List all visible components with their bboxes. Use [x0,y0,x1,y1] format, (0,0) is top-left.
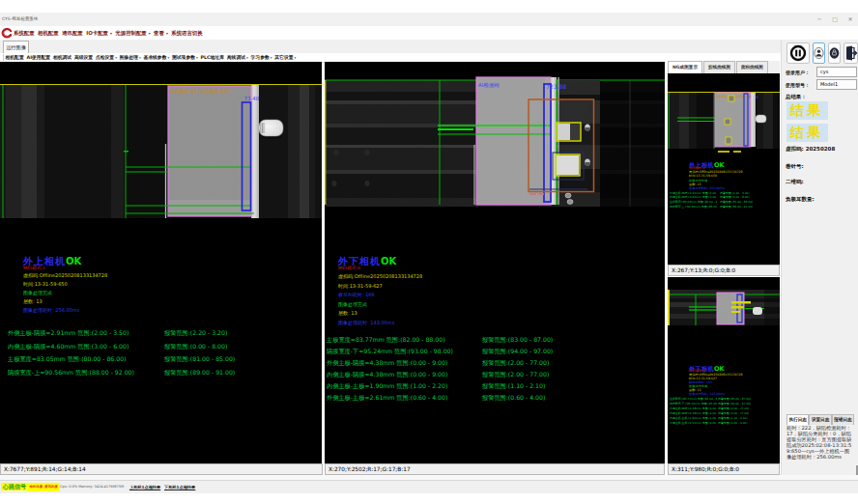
measurement-text: 内侧主极-隔膜=4.60mm 范围:(3.00 - 6.00) [8,343,129,350]
close-button[interactable]: ✕ [844,13,857,26]
camera-result: OK [381,256,396,266]
menu-item-label: 系统语言切换 [171,30,202,36]
measurement-text: 外侧主极-主极=2.61mm 范围:(0.60 - 4.00) [670,421,717,425]
tab-run-image[interactable]: 运行图像 [3,41,29,54]
blue-measure-value: 723.88 [546,83,566,90]
tab-window-1 [557,123,581,141]
ai-box-label: AI检测框 [478,82,500,89]
menubar: 系统配置 相机配置 通讯配置 IO卡配置▾ 光源控制配置▾ 查看▾ 系统语言切换 [0,26,858,41]
toolbar-item-label: 学习参数 [251,55,270,60]
mini-panel-lower-camera[interactable]: 外下相机OK MES模式:0 虚拟码:Offline20250208133134… [668,277,780,463]
menu-item[interactable]: 相机配置 [38,26,59,40]
menu-item-label: 通讯配置 [62,30,83,36]
pause-button[interactable] [786,42,810,64]
menu-item[interactable]: 系统配置 [14,26,35,40]
toolbar-item-label: 基准线参数 [143,55,166,60]
result-box-lower: 结果 [786,124,828,142]
toolbar-item[interactable]: 相机配置 [6,53,24,62]
toolbar-item-label: 图像处理 [120,55,138,60]
log-scrollbar[interactable] [856,465,858,475]
upper-camera-check-link[interactable]: 上相机1点检结果 [128,483,162,491]
lower-camera-check-link[interactable]: 下相机1点检结果 [162,483,197,491]
virtual-code-label: 虚拟码: [786,146,804,152]
alarm-range-text: 报警范围:(89.00 - 91.00) [164,369,235,378]
toolbar-item[interactable]: 高级设置 [74,53,93,62]
measurement-text: 主极宽度=83.05mm 范围:(80.00 - 86.00) [8,355,127,362]
log-tab[interactable]: 执行日志 [786,414,809,425]
result-box-upper: 结果 [786,101,828,120]
log-tab[interactable]: 设置日志 [809,414,831,425]
alarm-range-text: 报警范围:(81.00 - 85.00) [720,200,753,204]
exit-icon [844,43,857,63]
alarm-range-text: 报警范围:(2.00 - 77.00) [482,371,549,379]
chevron-down-icon: ▾ [110,31,112,36]
mini-tab[interactable]: 面积曲线图 [736,61,768,73]
log-tab[interactable]: 报错日志 [832,414,854,425]
statusbar-mini-upper: X:267;Y:13;R:0;G:0;B:0 [668,265,780,276]
measurement-row: 隔膜宽度-下=95.24mm 范围:(93.00 - 98.00)报警范围:(9… [327,348,660,359]
alarm-range-text: 报警范围:(1.10 - 2.10) [482,382,545,391]
statusbar-lower-camera: X:270;Y:2502;R:17;G:17;B:17 [325,463,665,475]
mes-mode: MES模式:0 [338,266,360,270]
sidebar: 登录用户： cys 使用型号： Model1 总结果： 结果 结果 虚拟码: 2… [781,40,858,480]
menu-item[interactable]: 系统语言切换 [171,26,202,40]
image-panel-lower-camera[interactable]: AI检测框 723.88 [325,62,665,463]
statusbar-upper-camera: X:7677;Y:891;R:14;G:14;B:14 [0,463,323,475]
tab-window-2 [556,154,580,176]
menu-item[interactable]: IO卡配置▾ [86,26,112,41]
process-elapsed: 图像处理耗时: 143.00ms [338,320,394,325]
measurement-rows: 主极宽度=83.77mm 范围:(82.00 - 88.00)报警范围:(83.… [327,336,660,406]
chevron-down-icon: ▾ [271,56,272,60]
model-input[interactable]: Model1 [816,79,857,90]
toolbar-item-label: 高级设置 [74,55,93,60]
cpu-memory-text: Cpu: 0.0% Memory: 3424.41796875M [58,483,126,491]
login-user-input[interactable]: cys [816,67,857,77]
needle-field: 卷针号: [786,163,804,170]
process-done: 图像处理完成 [23,290,52,295]
measurement-rows: 外侧主极-隔膜=2.91mm 范围:(2.00 - 3.50)报警范围:(2.2… [670,191,779,210]
virtual-code-value: 20250208 [806,146,836,152]
measurement-text: 内侧主极-主极=1.90mm 范围:(1.00 - 2.20) [670,416,717,420]
measurement-row: 外侧主极-主极=2.61mm 范围:(0.60 - 4.00)报警范围:(0.6… [327,394,660,406]
total-result-label: 总结果： [786,94,807,100]
menu-item[interactable]: 查看▾ [154,26,168,41]
toolbar-item-label: 离线调试 [227,55,245,60]
measurement-text: 主极宽度=83.77mm 范围:(82.00 - 88.00) [670,397,717,401]
lock-user-button[interactable] [828,42,841,64]
menu-item[interactable]: 通讯配置 [62,26,83,40]
mini-tab[interactable]: 折线曲线图 [703,61,735,73]
measurement-text: 外侧主极-隔膜=4.38mm 范围:(0.00 - 9.00) [327,359,447,366]
toolbar-item[interactable]: AI使用配置 [26,53,50,62]
chevron-down-icon: ▾ [139,56,141,60]
measurement-text: 内侧主极-隔膜=4.38mm 范围:(0.00 - 9.00) [327,371,447,378]
measurement-row: 内侧主极-隔膜=4.38mm 范围:(0.00 - 9.00)报警范围:(2.0… [327,371,660,382]
app-logo-icon [1,28,13,39]
maximize-button[interactable]: □ [828,13,842,26]
minimize-button[interactable]: ─ [813,13,826,26]
chevron-down-icon: ▾ [246,56,248,60]
measurement-text: 隔膜宽度-上=90.56mm 范围:(88.00 - 92.00) [670,205,717,209]
menu-item-label: 查看 [154,30,164,36]
tab-count-field: 负极耳数量: [786,196,815,203]
toolbar-item[interactable]: 相机调试 [53,53,72,62]
toolbar-item[interactable]: PLC地址库 [201,53,224,62]
comm-link-indicator: 通讯连接 [43,483,60,491]
virtual-code: 虚拟码:Offline20250208133134728 [338,273,422,279]
alarm-range-text: 报警范围:(0.60 - 4.00) [718,421,748,425]
mes-mode: MES模式:1 [23,266,45,270]
measurement-text: 内侧主极-隔膜=4.38mm 范围:(0.00 - 9.00) [670,411,717,415]
user-button[interactable] [813,42,825,64]
mini-tab[interactable]: NG成图显示 [668,61,702,73]
image-panel-upper-camera[interactable]: 当前阈值:93, 动态阈值:100 73.48 外上相机OK MES模式:1 虚… [0,62,322,463]
mini-lower-image [668,289,780,327]
toolbar-item-label: 测试项参数 [172,55,195,60]
menu-item[interactable]: 光源控制配置▾ [115,26,150,41]
lower-camera-image: AI检测框 723.88 [325,75,665,207]
alarm-range-text: 报警范围:(2.00 - 77.00) [482,359,549,368]
mini-upper-image: 当前阈值:93, 动态阈值:100 73.48 [668,91,780,154]
alarm-range-text: 报警范围:(89.00 - 91.00) [720,205,753,209]
mini-panel-upper-camera[interactable]: 当前阈值:93, 动态阈值:100 73.48 外上相机OK MES模式:1 虚… [668,73,780,265]
alarm-range-text: 报警范围:(2.20 - 3.20) [164,329,227,338]
measurement-row: 内侧主极-主极=1.90mm 范围:(1.00 - 2.20)报警范围:(1.1… [327,382,660,394]
exit-button[interactable] [844,42,858,64]
